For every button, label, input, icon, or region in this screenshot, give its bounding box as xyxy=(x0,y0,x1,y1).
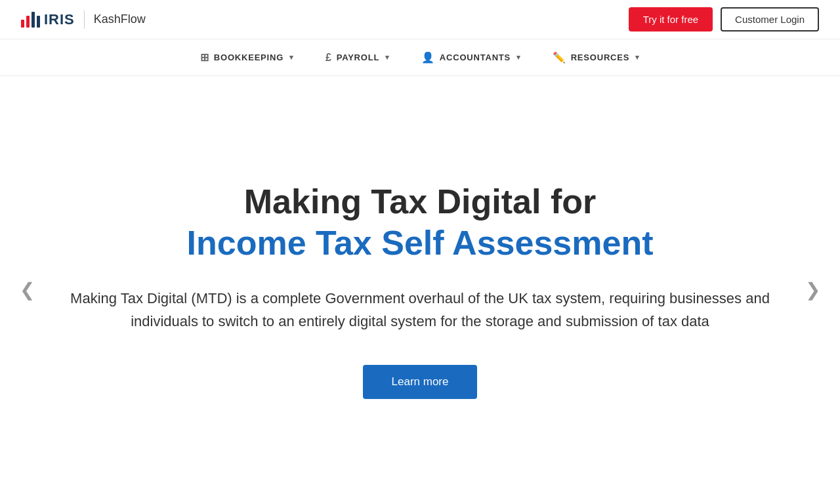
iris-logo[interactable]: IRIS xyxy=(21,11,75,28)
carousel-next-button[interactable]: ❯ xyxy=(799,274,827,306)
logo-divider xyxy=(84,10,85,29)
nav-item-resources[interactable]: ✏️ RESOURCES ▾ xyxy=(553,51,640,64)
hero-section: ❮ Making Tax Digital for Income Tax Self… xyxy=(0,76,840,504)
chevron-left-icon: ❮ xyxy=(20,280,35,300)
resources-icon: ✏️ xyxy=(553,51,566,64)
chevron-down-icon: ▾ xyxy=(635,53,640,62)
bookkeeping-icon: ⊞ xyxy=(200,51,209,64)
hero-description: Making Tax Digital (MTD) is a complete G… xyxy=(66,287,774,333)
iris-bars-icon xyxy=(21,12,40,28)
payroll-icon: £ xyxy=(326,52,332,64)
nav-item-bookkeeping[interactable]: ⊞ BOOKKEEPING ▾ xyxy=(200,51,294,64)
nav-label-bookkeeping: BOOKKEEPING xyxy=(214,52,284,62)
chevron-down-icon: ▾ xyxy=(516,53,521,62)
try-free-button[interactable]: Try it for free xyxy=(629,7,713,32)
chevron-down-icon: ▾ xyxy=(289,53,294,62)
nav-label-accountants: ACCOUNTANTS xyxy=(440,52,511,62)
nav-item-payroll[interactable]: £ PAYROLL ▾ xyxy=(326,52,390,64)
learn-more-button[interactable]: Learn more xyxy=(363,365,478,399)
nav-label-resources: RESOURCES xyxy=(571,52,630,62)
nav-item-accountants[interactable]: 👤 ACCOUNTANTS ▾ xyxy=(421,51,521,64)
chevron-right-icon: ❯ xyxy=(805,280,820,300)
iris-text: IRIS xyxy=(44,11,75,28)
accountants-icon: 👤 xyxy=(421,51,435,64)
hero-content: Making Tax Digital for Income Tax Self A… xyxy=(59,181,781,398)
kashflow-label: KashFlow xyxy=(94,12,146,26)
hero-title-line2: Income Tax Self Assessment xyxy=(59,222,781,263)
carousel-prev-button[interactable]: ❮ xyxy=(13,274,41,306)
chevron-down-icon: ▾ xyxy=(385,53,390,62)
top-bar: IRIS KashFlow Try it for free Customer L… xyxy=(0,0,840,39)
nav-label-payroll: PAYROLL xyxy=(337,52,380,62)
customer-login-button[interactable]: Customer Login xyxy=(721,7,819,32)
top-bar-actions: Try it for free Customer Login xyxy=(629,7,819,32)
nav-bar: ⊞ BOOKKEEPING ▾ £ PAYROLL ▾ 👤 ACCOUNTANT… xyxy=(0,39,840,76)
logo-area: IRIS KashFlow xyxy=(21,10,146,29)
hero-title-line1: Making Tax Digital for xyxy=(59,181,781,222)
